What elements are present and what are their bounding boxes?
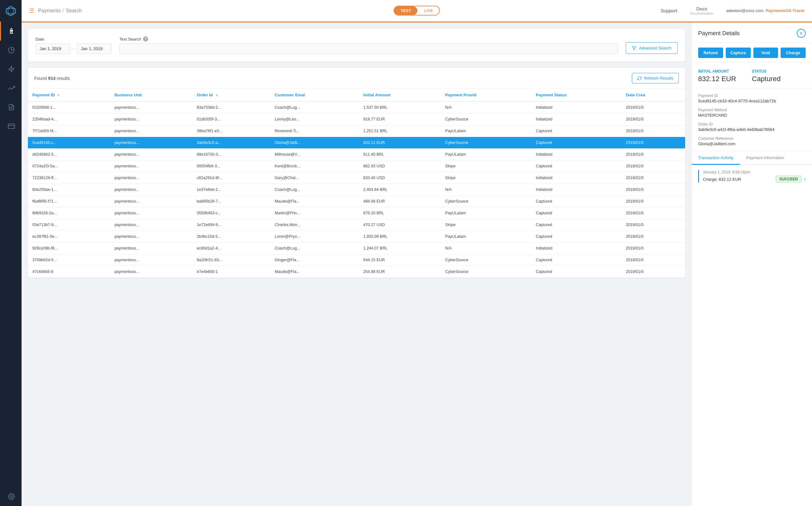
support-link[interactable]: Support (661, 8, 677, 13)
table-row[interactable]: 47c64665-8paymentsos...e7e4e800-1Maude@F… (28, 266, 685, 278)
table-cell: Captured (531, 266, 621, 278)
table-cell: paymentsos... (110, 137, 192, 149)
text-search-input[interactable] (119, 44, 618, 54)
svg-point-12 (10, 496, 12, 497)
table-cell: 2019/01/0 (621, 266, 685, 278)
table-row[interactable]: 5ced9145-c...paymentsos...3ab9e3c5-a...G… (28, 137, 685, 149)
col-customer-email[interactable]: Customer Emai (270, 89, 359, 101)
breadcrumb-payments[interactable]: Payments (38, 8, 61, 14)
breadcrumb: Payments / Search (38, 8, 82, 14)
env-live-button[interactable]: LIVE (417, 6, 439, 15)
col-date-created[interactable]: Date Crea (621, 89, 685, 101)
table-row[interactable]: f2320668-1...paymentsos...83a7538d-2...C… (28, 101, 685, 113)
sidebar-item-trending[interactable] (0, 79, 21, 98)
table-row[interactable]: 60e258ae-1...paymentsos...1e37e8eb-2...C… (28, 184, 685, 196)
col-initial-amount[interactable]: Initial Amount (359, 89, 440, 101)
table-cell: paymentsos... (110, 196, 192, 207)
sidebar-logo[interactable] (0, 0, 21, 21)
table-cell: 1,920.09 BRL (359, 231, 440, 243)
refresh-results-button[interactable]: Refresh Results (632, 73, 679, 83)
document-icon (8, 104, 15, 111)
sidebar-item-pie-chart[interactable] (0, 40, 21, 60)
pd-payment-method-value: MASTERCARD (698, 113, 806, 117)
table-row[interactable]: 23546aad-4...paymentsos...01db335f-3...L… (28, 113, 685, 125)
pd-amount-section: INITIAL AMOUNT 832.12 EUR STATUS Capture… (692, 63, 812, 88)
pd-field-payment-method: Payment Method MASTERCARD (698, 108, 806, 117)
tab-payment-information[interactable]: Payment Information (740, 152, 791, 165)
table-row[interactable]: 72238126-ff...paymentsos...c82a291d-8f..… (28, 172, 685, 184)
table-cell: 0724a2f3-5a... (28, 160, 110, 172)
table-row[interactable]: 03e713b7-9...paymentsos...1e72e694-8...C… (28, 219, 685, 231)
svg-rect-10 (8, 124, 14, 129)
table-row[interactable]: 928ce39b-f8...paymentsos...ec80d1a2-4...… (28, 243, 685, 254)
search-panel: Date - Text Search ? (21, 22, 692, 506)
sidebar-item-document[interactable] (0, 98, 21, 117)
table-row[interactable]: ec397f81-5e...paymentsos...2b4bc10d-5...… (28, 231, 685, 243)
activity-row: Charge: 832.12 EUR SUCCEED › (703, 176, 806, 183)
chevron-down-icon[interactable]: › (804, 176, 806, 182)
table-cell: 2019/01/0 (621, 149, 685, 160)
topnav-right: Support Docs Documentation adeelavi@zooz… (661, 6, 804, 15)
sidebar (0, 0, 21, 506)
search-filters-card: Date - Text Search ? (28, 29, 685, 62)
table-cell: 862.93 USD (359, 160, 440, 172)
docs-link[interactable]: Docs (696, 6, 707, 11)
table-cell: PayULatam (441, 125, 532, 137)
table-cell: CyberSource (441, 254, 532, 266)
col-payment-provider[interactable]: Payment Provid (441, 89, 532, 101)
close-icon (799, 31, 803, 35)
col-payment-id[interactable]: Payment ID ⇅ (28, 89, 110, 101)
table-cell: PayULatam (441, 231, 532, 243)
results-card: Found 914 results Refresh Results (28, 68, 685, 278)
table-cell: paymentsos... (110, 113, 192, 125)
table-row[interactable]: d4246962-5...paymentsos...88e16700-3...M… (28, 149, 685, 160)
date-to-input[interactable] (77, 44, 112, 54)
table-cell: Initialized (531, 243, 621, 254)
table-cell: Captured (531, 137, 621, 149)
col-payment-status[interactable]: Payment Status (531, 89, 621, 101)
capture-button[interactable]: Capture (726, 48, 751, 58)
pie-chart-icon (8, 47, 15, 54)
table-cell: 2019/01/0 (621, 101, 685, 113)
sidebar-item-rocket[interactable] (0, 21, 21, 40)
env-test-button[interactable]: TEST (394, 6, 417, 15)
results-header: Found 914 results Refresh Results (28, 68, 685, 89)
sidebar-item-lightning[interactable] (0, 60, 21, 79)
table-cell: 2019/01/0 (621, 172, 685, 184)
text-search-label: Text Search (119, 37, 141, 41)
hamburger-menu[interactable]: ☰ (29, 7, 34, 14)
sidebar-item-card[interactable] (0, 117, 21, 136)
table-row[interactable]: fbfb9326-2a...paymentsos...35596463-c...… (28, 207, 685, 219)
date-range: - (35, 44, 112, 54)
table-cell: 2019/01/0 (621, 160, 685, 172)
table-cell: PayULatam (441, 149, 532, 160)
table-cell: paymentsos... (110, 172, 192, 184)
advanced-search-button[interactable]: Advanced Search (626, 42, 677, 54)
pd-close-button[interactable] (797, 29, 806, 38)
breadcrumb-search[interactable]: Search (66, 8, 82, 14)
sidebar-item-settings[interactable] (0, 487, 21, 506)
charge-button[interactable]: Charge (781, 48, 806, 58)
table-cell: 832.12 EUR (359, 137, 440, 149)
activity-bar: January 1, 2019, 8:58:16pm Charge: 832.1… (698, 170, 806, 183)
pd-header: Payment Details (692, 22, 812, 43)
table-row[interactable]: 7f71dd50-f4...paymentsos...38ba76f1-e3..… (28, 125, 685, 137)
refund-button[interactable]: Refund (698, 48, 723, 58)
table-row[interactable]: 3709b62d-5...paymentsos...9a20fc51-83...… (28, 254, 685, 266)
col-order-id[interactable]: Order Id ⇅ (192, 89, 270, 101)
table-cell: N/A (441, 243, 532, 254)
table-cell: CyberSource (441, 137, 532, 149)
user-account[interactable]: PaymentsOS-Travel (766, 8, 804, 13)
table-cell: 23546aad-4... (28, 113, 110, 125)
tab-transaction-activity[interactable]: Transaction Activity (692, 152, 740, 165)
logo-icon (5, 5, 16, 16)
table-cell: Reverend.Ti... (270, 125, 359, 137)
void-button[interactable]: Void (753, 48, 779, 58)
table-cell: Stripe (441, 160, 532, 172)
table-row[interactable]: 0724a2f3-5a...paymentsos...00054fb9-3...… (28, 160, 685, 172)
help-icon[interactable]: ? (143, 36, 148, 41)
table-cell: paymentsos... (110, 219, 192, 231)
table-row[interactable]: f6af8f95-f71...paymentsos...ba905b28-7..… (28, 196, 685, 207)
col-business-unit[interactable]: Business Unit (110, 89, 192, 101)
date-from-input[interactable] (35, 44, 70, 54)
